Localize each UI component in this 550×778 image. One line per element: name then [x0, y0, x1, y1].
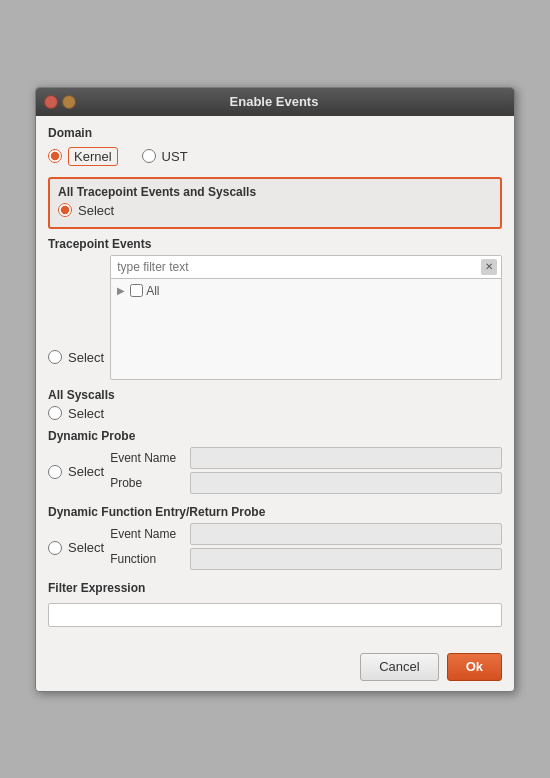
domain-ust-row: UST	[142, 149, 188, 164]
ok-button[interactable]: Ok	[447, 653, 502, 681]
dynamic-function-label: Dynamic Function Entry/Return Probe	[48, 505, 502, 519]
tree-area: ▶ All	[111, 279, 501, 379]
dynamic-probe-probe-label: Probe	[110, 476, 190, 490]
dynamic-probe-label: Dynamic Probe	[48, 429, 502, 443]
dialog-body: Domain Kernel UST All Tracepoint Events …	[36, 116, 514, 647]
tracepoint-box: ✕ ▶ All	[110, 255, 502, 380]
dynamic-function-event-row: Event Name	[110, 523, 502, 545]
domain-label: Domain	[48, 126, 502, 140]
all-tracepoints-radio[interactable]	[58, 203, 72, 217]
kernel-badge: Kernel	[68, 147, 118, 166]
filter-expression-input[interactable]	[48, 603, 502, 627]
tree-all-label: All	[146, 284, 159, 298]
all-syscalls-section: All Syscalls Select	[48, 388, 502, 421]
tracepoint-radio-col: Select	[48, 255, 104, 380]
dynamic-function-func-label: Function	[110, 552, 190, 566]
all-tracepoints-radio-label: Select	[78, 203, 114, 218]
dynamic-function-event-input[interactable]	[190, 523, 502, 545]
kernel-radio[interactable]	[48, 149, 62, 163]
tracepoint-radio-label: Select	[68, 350, 104, 365]
dynamic-probe-inner: Select Event Name Probe	[48, 447, 502, 497]
all-tracepoints-label: All Tracepoint Events and Syscalls	[58, 185, 492, 199]
titlebar-title: Enable Events	[82, 94, 466, 109]
ust-label: UST	[162, 149, 188, 164]
dynamic-function-func-input[interactable]	[190, 548, 502, 570]
dynamic-probe-section: Dynamic Probe Select Event Name Probe	[48, 429, 502, 497]
dynamic-probe-probe-row: Probe	[110, 472, 502, 494]
domain-section: Domain Kernel UST	[48, 126, 502, 169]
dynamic-probe-radio-label: Select	[68, 464, 104, 479]
domain-kernel-row: Kernel	[48, 147, 118, 166]
dynamic-probe-event-row: Event Name	[110, 447, 502, 469]
tree-all-checkbox[interactable]	[130, 284, 143, 297]
all-tracepoints-radio-row: Select	[58, 203, 492, 218]
dynamic-probe-radio[interactable]	[48, 465, 62, 479]
dynamic-probe-probe-input[interactable]	[190, 472, 502, 494]
dynamic-function-radio-row: Select	[48, 540, 104, 555]
syscalls-radio-row: Select	[48, 406, 502, 421]
syscalls-radio-label: Select	[68, 406, 104, 421]
all-tracepoints-section: All Tracepoint Events and Syscalls Selec…	[48, 177, 502, 229]
cancel-button[interactable]: Cancel	[360, 653, 438, 681]
tree-all-row: ▶ All	[115, 283, 497, 299]
filter-input[interactable]	[115, 258, 481, 276]
dynamic-probe-event-name-label: Event Name	[110, 451, 190, 465]
filter-row: ✕	[111, 256, 501, 279]
titlebar: Enable Events	[36, 88, 514, 116]
syscalls-radio[interactable]	[48, 406, 62, 420]
dynamic-probe-event-input[interactable]	[190, 447, 502, 469]
dynamic-function-radio[interactable]	[48, 541, 62, 555]
domain-options: Kernel UST	[48, 144, 502, 169]
close-button[interactable]	[44, 95, 58, 109]
dynamic-function-fields: Event Name Function	[110, 523, 502, 573]
tracepoint-radio-row: Select	[48, 350, 104, 365]
filter-clear-button[interactable]: ✕	[481, 259, 497, 275]
dynamic-function-radio-label: Select	[68, 540, 104, 555]
tracepoint-inner: Select ✕ ▶ All	[48, 255, 502, 380]
dynamic-function-func-row: Function	[110, 548, 502, 570]
ust-radio[interactable]	[142, 149, 156, 163]
tracepoint-radio[interactable]	[48, 350, 62, 364]
minimize-button[interactable]	[62, 95, 76, 109]
dynamic-probe-radio-row: Select	[48, 464, 104, 479]
filter-expression-section: Filter Expression	[48, 581, 502, 627]
dynamic-function-event-name-label: Event Name	[110, 527, 190, 541]
titlebar-buttons	[44, 95, 76, 109]
dynamic-function-section: Dynamic Function Entry/Return Probe Sele…	[48, 505, 502, 573]
dynamic-function-inner: Select Event Name Function	[48, 523, 502, 573]
enable-events-dialog: Enable Events Domain Kernel UST All	[35, 87, 515, 692]
tracepoint-events-section: Tracepoint Events Select ✕ ▶	[48, 237, 502, 380]
filter-expression-label: Filter Expression	[48, 581, 502, 595]
tree-arrow-icon: ▶	[115, 285, 127, 297]
all-syscalls-label: All Syscalls	[48, 388, 502, 402]
dynamic-probe-fields: Event Name Probe	[110, 447, 502, 497]
tracepoint-events-label: Tracepoint Events	[48, 237, 502, 251]
dialog-buttons: Cancel Ok	[36, 647, 514, 691]
